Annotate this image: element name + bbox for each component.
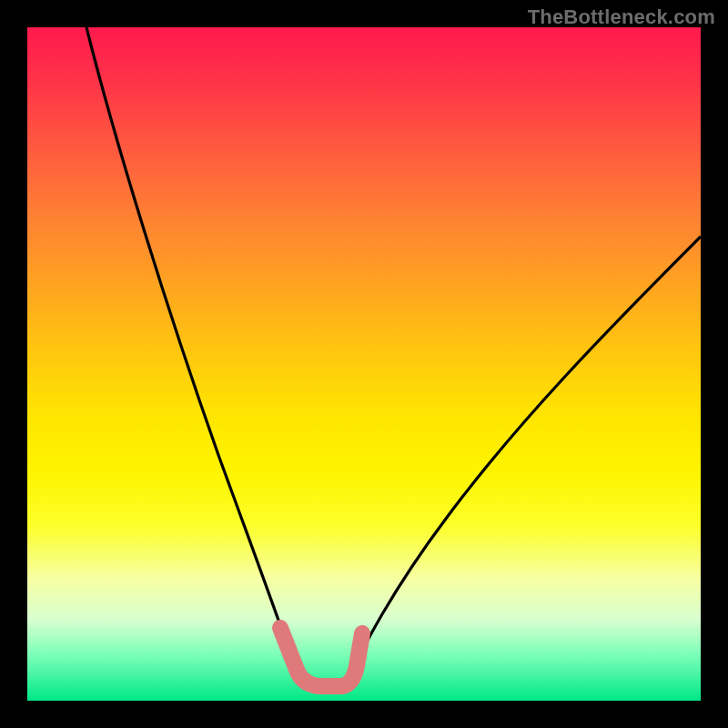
- curve-layer: [27, 27, 701, 701]
- watermark-text: TheBottleneck.com: [528, 5, 715, 29]
- left-curve: [86, 27, 298, 678]
- valley-overlay: [280, 628, 362, 686]
- chart-frame: TheBottleneck.com: [0, 0, 728, 728]
- right-curve: [348, 237, 701, 679]
